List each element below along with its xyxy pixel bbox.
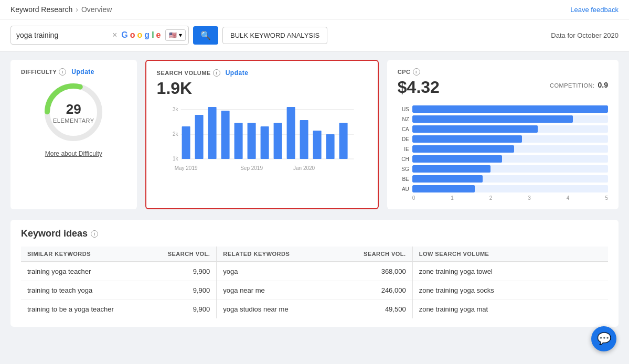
svg-text:Sep 2019: Sep 2019 [240, 165, 263, 171]
search-input-wrap: × Google 🇺🇸 ▾ [10, 26, 189, 45]
breadcrumb-keyword[interactable]: Keyword Research [10, 5, 72, 14]
low-row-1[interactable]: zone training yoga towel [413, 262, 608, 281]
related-col-title: RELATED KEYWORDS [223, 251, 290, 257]
similar-row-1[interactable]: training yoga teacher 9,900 [21, 262, 216, 281]
svg-rect-8 [182, 126, 190, 159]
low-kw-1: zone training yoga towel [419, 267, 493, 275]
sv-info-icon[interactable]: i [213, 69, 220, 77]
svg-text:May 2019: May 2019 [174, 165, 197, 171]
axis-4: 4 [567, 195, 570, 201]
related-row-3[interactable]: yoga studios near me 49,500 [217, 300, 412, 318]
svg-rect-20 [339, 123, 347, 159]
bar-axis: 0 1 2 3 4 5 [398, 195, 608, 201]
similar-vol-3: 9,900 [193, 305, 210, 313]
bar-bg-us [412, 105, 608, 113]
donut-wrap: 29 ELEMENTARY More about Difficulty [21, 76, 126, 163]
similar-col-title: SIMILAR KEYWORDS [27, 251, 91, 257]
donut-center: 29 ELEMENTARY [53, 101, 94, 124]
bar-bg-be [412, 175, 608, 183]
sv-value: 1.9K [157, 79, 367, 98]
search-button[interactable]: 🔍 [193, 26, 218, 45]
difficulty-label: DIFFICULTY i Update [21, 68, 126, 76]
bar-row-ca: CA [398, 125, 608, 133]
related-vol-2: 246,000 [381, 286, 406, 294]
axis-1: 1 [451, 195, 454, 201]
low-sv-col: LOW SEARCH VOLUME zone training yoga tow… [413, 247, 608, 318]
sv-update-link[interactable]: Update [226, 69, 249, 77]
difficulty-value: 29 [53, 101, 94, 117]
related-vol-3: 49,500 [385, 305, 406, 313]
breadcrumb-separator: › [76, 5, 78, 14]
leave-feedback-link[interactable]: Leave feedback [570, 6, 619, 14]
svg-rect-11 [221, 111, 229, 159]
svg-rect-9 [195, 115, 203, 159]
bar-bg-sg [412, 165, 608, 173]
axis-5: 5 [605, 195, 608, 201]
related-keywords-col: RELATED KEYWORDS SEARCH VOL. yoga 368,00… [217, 247, 412, 318]
svg-rect-17 [300, 120, 308, 159]
bulk-keyword-button[interactable]: BULK KEYWORD ANALYSIS [222, 27, 327, 44]
cpc-header-row: $4.32 COMPETITION: 0.9 [398, 76, 608, 97]
clear-button[interactable]: × [112, 30, 117, 40]
bar-bg-nz [412, 115, 608, 123]
related-col-header: RELATED KEYWORDS SEARCH VOL. [217, 247, 412, 262]
bar-row-ie: IE [398, 145, 608, 153]
left-search: × Google 🇺🇸 ▾ 🔍 BULK KEYWORD ANALYSIS [10, 26, 327, 45]
svg-rect-10 [208, 107, 216, 159]
section-title: Keyword ideas i [21, 228, 608, 239]
svg-rect-15 [273, 123, 282, 159]
metrics-row: DIFFICULTY i Update 29 ELEMENTARY [10, 60, 619, 209]
axis-0: 0 [412, 195, 415, 201]
country-au: AU [398, 186, 409, 192]
low-kw-3: zone training yoga mat [419, 305, 488, 313]
related-col-subtitle: SEARCH VOL. [364, 251, 406, 257]
bar-bg-ie [412, 145, 608, 153]
country-sg: SG [398, 166, 409, 172]
cpc-card: CPC i $4.32 COMPETITION: 0.9 US NZ [387, 60, 619, 209]
difficulty-update-link[interactable]: Update [71, 68, 94, 76]
cpc-bar-chart: US NZ CA DE IE [398, 105, 608, 201]
competition-wrap: COMPETITION: 0.9 [550, 81, 608, 89]
related-row-2[interactable]: yoga near me 246,000 [217, 281, 412, 300]
related-kw-1: yoga [223, 267, 238, 275]
kw-table: SIMILAR KEYWORDS SEARCH VOL. training yo… [21, 247, 608, 318]
keyword-ideas-section: Keyword ideas i SIMILAR KEYWORDS SEARCH … [10, 220, 619, 327]
bar-row-us: US [398, 105, 608, 113]
low-row-2[interactable]: zone training yoga socks [413, 281, 608, 300]
difficulty-sublabel: ELEMENTARY [53, 117, 94, 124]
svg-text:Jan 2020: Jan 2020 [293, 165, 315, 171]
cpc-info-icon[interactable]: i [413, 68, 420, 76]
bar-row-de: DE [398, 135, 608, 143]
bar-row-be: BE [398, 175, 608, 183]
country-nz: NZ [398, 116, 409, 122]
low-sv-header: LOW SEARCH VOLUME [413, 247, 608, 262]
similar-row-2[interactable]: training to teach yoga 9,900 [21, 281, 216, 300]
cpc-label: CPC i [398, 68, 608, 76]
low-kw-2: zone training yoga socks [419, 286, 494, 294]
bar-row-nz: NZ [398, 115, 608, 123]
svg-text:1k: 1k [173, 156, 179, 162]
more-about-difficulty-link[interactable]: More about Difficulty [45, 150, 102, 157]
similar-col-subtitle: SEARCH VOL. [168, 251, 210, 257]
bar-bg-ca [412, 125, 608, 133]
search-input[interactable] [16, 31, 108, 39]
sv-bar-chart: 3k 2k 1k [157, 104, 367, 186]
svg-rect-16 [286, 107, 295, 159]
sv-label: SEARCH VOLUME i Update [157, 69, 367, 77]
difficulty-card: DIFFICULTY i Update 29 ELEMENTARY [10, 60, 137, 209]
similar-row-3[interactable]: training to be a yoga teacher 9,900 [21, 300, 216, 318]
main-content: DIFFICULTY i Update 29 ELEMENTARY [0, 51, 629, 335]
country-selector[interactable]: 🇺🇸 ▾ [165, 29, 186, 41]
breadcrumb: Keyword Research › Overview [10, 5, 112, 14]
keyword-ideas-info-icon[interactable]: i [91, 230, 98, 238]
dropdown-arrow: ▾ [179, 31, 182, 39]
difficulty-info-icon[interactable]: i [59, 68, 66, 76]
breadcrumb-overview: Overview [81, 5, 112, 14]
axis-3: 3 [528, 195, 531, 201]
bar-row-ch: CH [398, 155, 608, 163]
svg-rect-18 [313, 131, 321, 159]
related-kw-3: yoga studios near me [223, 305, 288, 313]
sv-chart: 3k 2k 1k [157, 104, 367, 188]
low-row-3[interactable]: zone training yoga mat [413, 300, 608, 318]
related-row-1[interactable]: yoga 368,000 [217, 262, 412, 281]
